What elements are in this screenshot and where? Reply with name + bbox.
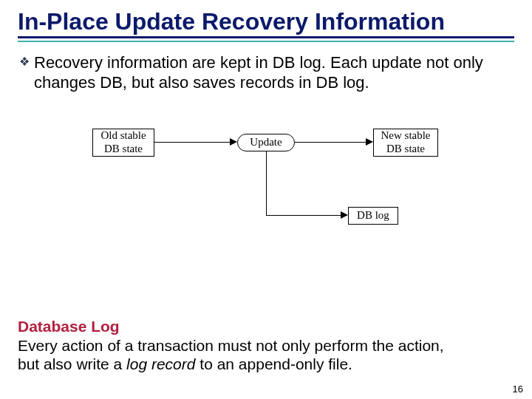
body-text: ❖ Recovery information are kept in DB lo…	[18, 52, 514, 93]
arrow-update-to-log-vertical	[266, 151, 267, 216]
footer-line-2-italic: log record	[126, 355, 195, 372]
page-number: 16	[513, 383, 523, 395]
footer-line-1: Every action of a transaction must not o…	[18, 336, 514, 355]
diamond-bullet-icon: ❖	[19, 52, 30, 72]
slide-title: In-Place Update Recovery Information	[18, 9, 514, 38]
bullet-text: Recovery information are kept in DB log.…	[34, 52, 514, 93]
bullet-item: ❖ Recovery information are kept in DB lo…	[19, 52, 514, 93]
node-old-stable-state: Old stable DB state	[92, 129, 154, 157]
diagram-container: Old stable DB state Update New stable DB…	[18, 123, 514, 233]
arrow-update-to-log-head-icon	[341, 211, 348, 219]
footer-line-2-prefix: but also write a	[18, 355, 126, 372]
arrow-update-to-new-head-icon	[366, 138, 373, 146]
node-update: Update	[237, 134, 295, 151]
footer-line-2: but also write a log record to an append…	[18, 355, 514, 374]
flow-diagram: Old stable DB state Update New stable DB…	[92, 123, 440, 233]
footer-heading: Database Log	[18, 317, 514, 336]
slide: In-Place Update Recovery Information ❖ R…	[0, 0, 532, 399]
title-underline	[18, 36, 514, 42]
arrow-update-to-new-line	[295, 142, 366, 143]
arrow-update-to-log-horizontal	[266, 215, 341, 216]
arrow-old-to-update-head-icon	[230, 138, 237, 146]
arrow-old-to-update-line	[154, 142, 230, 143]
node-db-log: DB log	[348, 207, 398, 225]
node-new-stable-state: New stable DB state	[373, 129, 438, 157]
footer-text: Database Log Every action of a transacti…	[18, 317, 514, 374]
footer-line-2-suffix: to an append-only file.	[195, 355, 352, 372]
